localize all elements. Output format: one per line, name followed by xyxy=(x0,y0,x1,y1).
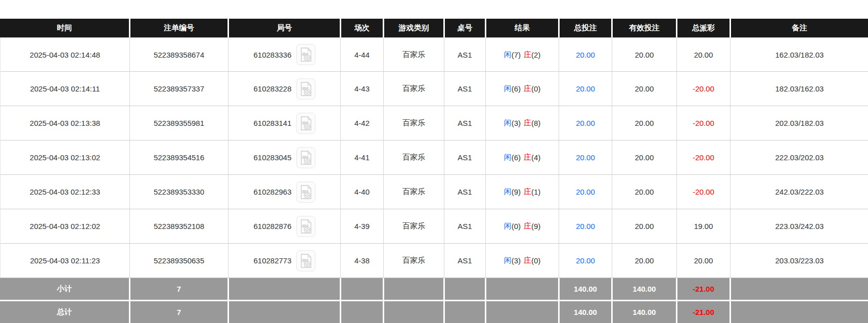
cell-bet_id: 522389357337 xyxy=(129,72,228,106)
banker-result-label: 庄 xyxy=(524,256,531,265)
total-bet-link[interactable]: 20.00 xyxy=(576,84,595,93)
video-playback-glyph xyxy=(300,116,312,131)
banker-result-value: (2) xyxy=(531,51,540,59)
grand-total-row-cell-time: 总计 xyxy=(0,301,129,323)
cell-table_id: AS1 xyxy=(444,244,485,278)
cell-game_type: 百家乐 xyxy=(383,38,444,71)
video-icon[interactable] xyxy=(296,216,315,237)
player-result-value: (3) xyxy=(512,119,521,127)
cell-time: 2025-04-03 02:12:02 xyxy=(1,209,129,243)
total-bet-link[interactable]: 20.00 xyxy=(576,153,595,162)
cell-valid_bet: 20.00 xyxy=(612,106,676,140)
subtotal-row-cell-time: 小计 xyxy=(0,278,129,300)
cell-payout: -20.00 xyxy=(676,175,730,209)
column-header-payout: 总派彩 xyxy=(676,19,729,37)
total-bet-link[interactable]: 20.00 xyxy=(576,119,595,127)
cell-remark: 182.03/162.03 xyxy=(730,72,868,106)
cell-total_bet: 20.00 xyxy=(559,141,612,174)
cell-payout: 20.00 xyxy=(676,38,730,71)
cell-time: 2025-04-03 02:13:02 xyxy=(1,141,129,174)
cell-session: 4-40 xyxy=(340,175,383,209)
banker-result-label: 庄 xyxy=(524,84,531,94)
round-number: 610282876 xyxy=(253,222,291,230)
cell-time: 2025-04-03 02:14:48 xyxy=(1,38,129,71)
cell-session: 4-43 xyxy=(340,72,383,106)
banker-result-label: 庄 xyxy=(524,153,531,162)
cell-time: 2025-04-03 02:13:38 xyxy=(1,106,129,140)
cell-game_type: 百家乐 xyxy=(383,106,444,140)
cell-valid_bet: 20.00 xyxy=(612,38,676,71)
cell-game_type: 百家乐 xyxy=(383,244,444,278)
total-bet-link[interactable]: 20.00 xyxy=(576,256,595,265)
cell-table_id: AS1 xyxy=(444,72,485,106)
cell-table_id: AS1 xyxy=(444,175,485,209)
player-result-label: 闲 xyxy=(504,84,512,94)
cell-payout: 19.00 xyxy=(676,209,730,243)
cell-result: 闲(6)庄(4) xyxy=(485,141,559,174)
video-icon[interactable] xyxy=(296,44,315,65)
table-row: 2025-04-03 02:11:23522389350635610282773… xyxy=(1,244,868,278)
payout-value: -20.00 xyxy=(693,84,714,93)
grand-total-row-cell-bet_id: 7 xyxy=(129,301,227,323)
grand-total-row-cell-valid_bet: 140.00 xyxy=(611,301,676,323)
video-icon[interactable] xyxy=(296,113,315,134)
cell-result: 闲(6)庄(0) xyxy=(485,72,559,106)
cell-game_type: 百家乐 xyxy=(383,141,444,174)
video-icon[interactable] xyxy=(296,181,315,203)
total-bet-link[interactable]: 20.00 xyxy=(576,51,595,59)
grand-total-row-cell-result xyxy=(485,301,558,323)
cell-remark: 202.03/182.03 xyxy=(730,106,868,140)
column-header-total_bet: 总投注 xyxy=(558,19,611,37)
cell-session: 4-38 xyxy=(340,244,383,278)
video-icon[interactable] xyxy=(296,147,315,168)
column-header-table_id: 桌号 xyxy=(443,19,485,37)
round-number: 610283141 xyxy=(253,119,291,127)
cell-round_id: 610283045 xyxy=(228,141,340,174)
subtotal-row-cell-bet_id: 7 xyxy=(129,278,227,300)
payout-value: -20.00 xyxy=(693,188,714,196)
column-header-result: 结果 xyxy=(485,19,558,37)
column-header-game_type: 游戏类别 xyxy=(383,19,443,37)
banker-result-value: (1) xyxy=(531,188,540,196)
total-bet-link[interactable]: 20.00 xyxy=(576,222,595,230)
total-bet-link[interactable]: 20.00 xyxy=(576,188,595,196)
cell-total_bet: 20.00 xyxy=(559,38,612,71)
video-icon[interactable] xyxy=(296,250,315,271)
cell-game_type: 百家乐 xyxy=(383,209,444,243)
cell-bet_id: 522389354516 xyxy=(129,141,228,174)
page: { "colors": { "header_bg": "#191919", "h… xyxy=(0,0,868,323)
cell-round_id: 610282773 xyxy=(228,244,340,278)
video-playback-glyph xyxy=(300,47,312,62)
table-row: 2025-04-03 02:13:02522389354516610283045… xyxy=(1,141,868,175)
column-header-remark: 备注 xyxy=(729,19,868,37)
player-result-value: (6) xyxy=(512,153,521,162)
cell-session: 4-39 xyxy=(340,209,383,243)
grand-total-row: 总计7140.00140.00-21.00 xyxy=(0,301,868,323)
cell-bet_id: 522389350635 xyxy=(129,244,228,278)
player-result-label: 闲 xyxy=(504,256,512,265)
cell-payout: -20.00 xyxy=(676,72,730,106)
cell-remark: 162.03/182.03 xyxy=(730,38,868,71)
grand-total-row-cell-round_id xyxy=(227,301,340,323)
round-number: 610283336 xyxy=(253,51,291,59)
table-row: 2025-04-03 02:14:48522389358674610283336… xyxy=(1,37,868,72)
player-result-value: (6) xyxy=(512,84,521,93)
cell-remark: 242.03/222.03 xyxy=(730,175,868,209)
banker-result-label: 庄 xyxy=(524,50,531,60)
cell-game_type: 百家乐 xyxy=(383,72,444,106)
round-number: 610283045 xyxy=(253,153,291,162)
table-row: 2025-04-03 02:12:33522389353330610282963… xyxy=(1,175,868,209)
cell-session: 4-41 xyxy=(340,141,383,174)
cell-time: 2025-04-03 02:12:33 xyxy=(1,175,129,209)
video-playback-glyph xyxy=(300,184,312,200)
grand-total-row-cell-game_type xyxy=(383,301,443,323)
cell-table_id: AS1 xyxy=(444,141,485,174)
video-playback-glyph xyxy=(300,219,312,234)
column-header-round_id: 局号 xyxy=(227,19,340,37)
cell-bet_id: 522389352108 xyxy=(129,209,228,243)
cell-payout: -20.00 xyxy=(676,141,730,174)
video-icon[interactable] xyxy=(296,78,315,100)
cell-result: 闲(9)庄(1) xyxy=(485,175,559,209)
subtotal-row-cell-round_id xyxy=(227,278,340,300)
cell-bet_id: 522389358674 xyxy=(129,38,228,71)
